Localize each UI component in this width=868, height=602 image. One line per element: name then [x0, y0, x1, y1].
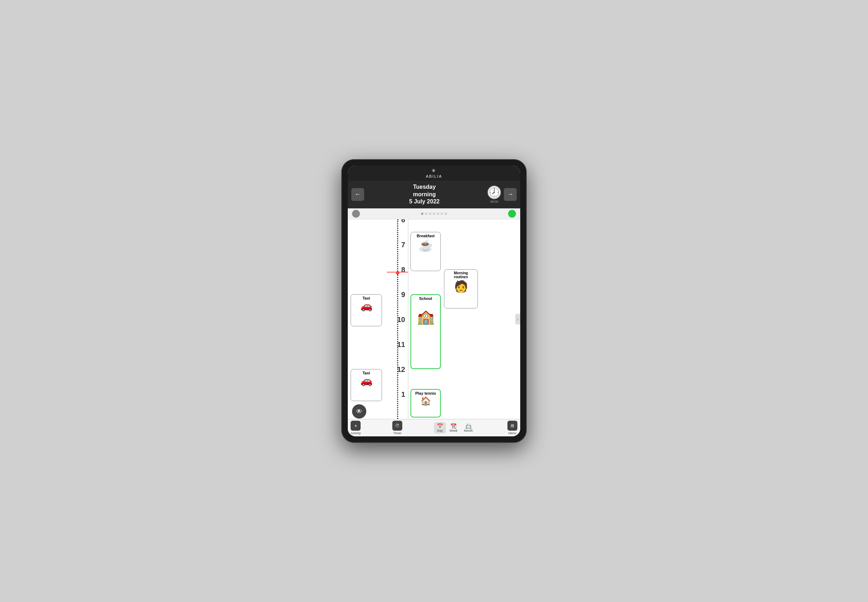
timeline-header [348, 208, 520, 220]
tab-month[interactable]: 📇 Month [461, 422, 476, 433]
timer-label: Timer [393, 432, 402, 435]
scroll-indicators [421, 213, 447, 215]
brand-bar: ✳ ABILIA [348, 166, 520, 181]
tab-day-icon: 📅 [437, 423, 443, 429]
menu-label: Menu [509, 432, 517, 435]
activity-icon[interactable]: + [350, 421, 361, 431]
taxi-afternoon-icon: 🚗 [360, 376, 373, 386]
hour-8: 8 [401, 266, 405, 274]
breakfast-icon: ☕ [419, 239, 433, 252]
tab-week-label: Week [449, 429, 458, 432]
activity-group: + Activity [350, 421, 361, 435]
tab-day[interactable]: 📅 Day [434, 422, 446, 433]
hour-7: 7 [401, 241, 405, 249]
menu-icon[interactable]: ⊞ [507, 421, 518, 431]
play-tennis-title: Play tennis [415, 391, 436, 395]
eye-button[interactable]: 👁 [352, 404, 366, 419]
hour-9: 9 [401, 291, 405, 299]
taxi-morning-title: Taxi [363, 296, 370, 300]
header-date: Tuesday morning 5 July 2022 [364, 183, 485, 206]
scroll-dot-6 [441, 213, 443, 215]
breakfast-title: Breakfast [416, 234, 434, 238]
taxi-morning-card[interactable]: Taxi 🚗 [350, 294, 382, 326]
right-area: Breakfast ☕ School 🏫 Play tennis 🏠 M [408, 220, 520, 419]
left-column: Taxi 🚗 Taxi 🚗 [348, 220, 387, 419]
hour-1: 1 [401, 390, 405, 399]
morning-routines-title: Morning routines [447, 271, 475, 279]
tab-month-label: Month [464, 429, 473, 432]
play-tennis-card[interactable]: Play tennis 🏠 [410, 389, 441, 418]
hour-6: 6 [401, 220, 405, 224]
clock-widget: 08:00 [487, 186, 501, 203]
school-icon: 🏫 [417, 309, 435, 325]
timer-icon[interactable]: ⏱ [392, 421, 402, 431]
current-time-line [387, 272, 408, 272]
time-column: 6 7 8 9 10 11 12 [387, 220, 408, 419]
header-title-line1: Tuesday morning 5 July 2022 [409, 183, 439, 206]
scroll-dot-7 [445, 213, 447, 215]
dot-green [508, 210, 516, 218]
tab-week-icon: 📆 [450, 423, 456, 429]
scroll-dot-4 [433, 213, 435, 215]
expand-arrow[interactable]: › [515, 314, 520, 324]
view-tabs: 📅 Day 📆 Week 📇 Month [434, 422, 476, 433]
play-tennis-icon: 🏠 [421, 396, 431, 406]
hour-12: 12 [397, 366, 405, 374]
clock-face [487, 186, 501, 199]
timeline-line [397, 220, 398, 419]
activity-label: Activity [350, 432, 361, 435]
back-button[interactable]: ← [351, 188, 364, 201]
clock-svg [489, 187, 499, 198]
taxi-morning-icon: 🚗 [360, 301, 373, 311]
taxi-afternoon-card[interactable]: Taxi 🚗 [350, 369, 382, 401]
scroll-dot-3 [429, 213, 431, 215]
scroll-dot-5 [437, 213, 439, 215]
breakfast-card[interactable]: Breakfast ☕ [410, 232, 441, 271]
scroll-dot-2 [425, 213, 427, 215]
tab-month-icon: 📇 [465, 423, 472, 429]
bottom-toolbar: + Activity ⏱ Timer 📅 Day 📆 Week 📇 Month [348, 419, 520, 436]
tab-week[interactable]: 📆 Week [447, 422, 460, 433]
calendar-area: Taxi 🚗 Taxi 🚗 6 [348, 220, 520, 419]
school-title: School [419, 296, 432, 301]
hour-10: 10 [397, 316, 405, 324]
abilia-logo: ✳ ABILIA [426, 168, 442, 178]
morning-routines-card[interactable]: Morning routines 🧑 [444, 269, 478, 309]
hour-11: 11 [397, 341, 405, 349]
device-frame: ✳ ABILIA ← Tuesday morning 5 July 2022 [341, 159, 527, 443]
header: ← Tuesday morning 5 July 2022 [348, 181, 520, 208]
morning-routines-icon: 🧑 [454, 280, 468, 293]
tab-day-label: Day [437, 429, 443, 432]
abilia-sun-icon: ✳ [432, 168, 436, 174]
school-card[interactable]: School 🏫 [410, 294, 441, 369]
menu-group: ⊞ Menu [507, 421, 518, 435]
forward-button[interactable]: → [504, 188, 517, 201]
brand-name: ABILIA [426, 174, 442, 178]
scroll-dot-1 [421, 213, 423, 215]
device-screen: ✳ ABILIA ← Tuesday morning 5 July 2022 [348, 166, 520, 436]
dot-gray [352, 210, 360, 218]
timer-group: ⏱ Timer [392, 421, 402, 435]
clock-time-label: 08:00 [490, 200, 498, 203]
taxi-afternoon-title: Taxi [363, 371, 370, 375]
svg-point-7 [494, 192, 495, 193]
